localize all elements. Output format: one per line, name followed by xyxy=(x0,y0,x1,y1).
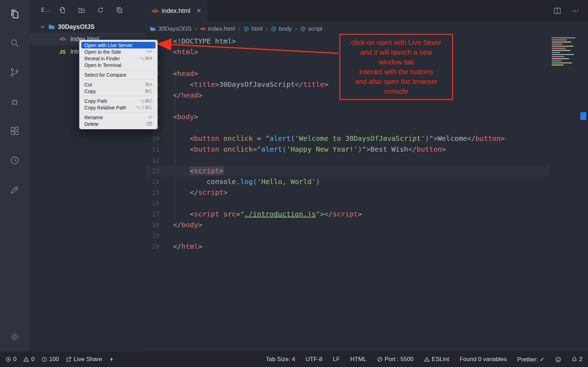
status-encoding[interactable]: UTF-8 xyxy=(306,356,322,363)
line-content[interactable]: <html> xyxy=(173,47,198,58)
line-content[interactable]: <title>30DaysOfJavaScript</title> xyxy=(173,79,329,90)
breadcrumb-item-index-html[interactable]: </>index.html xyxy=(200,25,235,32)
status-warnings[interactable]: 0 xyxy=(23,356,34,363)
code-line[interactable]: 12 xyxy=(145,155,588,166)
line-content[interactable]: </html> xyxy=(173,241,202,252)
code-line[interactable]: 18</body> xyxy=(145,220,588,230)
status-eol[interactable]: LF xyxy=(333,356,340,363)
menu-item-copy-path[interactable]: Copy Path⌥⌘C xyxy=(81,98,156,104)
line-number[interactable]: 12 xyxy=(145,155,159,166)
menu-item-select-for-compare[interactable]: Select for Compare xyxy=(81,71,156,78)
line-content[interactable]: <script> xyxy=(173,166,224,176)
line-content[interactable]: <body> xyxy=(173,112,198,122)
explorer-icon[interactable] xyxy=(6,6,23,22)
status-port[interactable]: Port : 5500 xyxy=(377,356,414,363)
line-number[interactable]: 17 xyxy=(145,209,159,220)
source-control-icon[interactable] xyxy=(6,64,23,81)
line-content[interactable]: <head> xyxy=(173,68,198,79)
line-number[interactable]: 11 xyxy=(145,144,159,155)
status-tab-size[interactable]: Tab Size: 4 xyxy=(266,356,295,363)
line-number[interactable]: 16 xyxy=(145,198,159,209)
line-number[interactable]: 14 xyxy=(145,176,159,187)
line-content[interactable]: <script src="./introduction.js"></script… xyxy=(173,209,362,220)
code-token: > xyxy=(320,210,324,218)
code-token: ( xyxy=(291,134,295,143)
line-content[interactable]: console.log('Hello, World') xyxy=(173,176,320,187)
line-number[interactable]: 19 xyxy=(145,230,159,241)
new-folder-icon[interactable] xyxy=(78,7,85,14)
code-line[interactable]: 19 xyxy=(145,230,588,241)
line-content[interactable]: </head> xyxy=(173,90,202,101)
menu-item-cut[interactable]: Cut⌘X xyxy=(81,81,156,88)
status-info-count[interactable]: 100 xyxy=(42,356,59,363)
minimap-line xyxy=(552,46,573,47)
extensions-icon[interactable] xyxy=(6,123,23,139)
code-line[interactable]: 10 <button onclick = "alert('Welcome to … xyxy=(145,133,588,144)
line-content[interactable]: </script> xyxy=(173,187,228,198)
history-icon[interactable] xyxy=(6,152,23,169)
line-content[interactable]: <button onclick="alert('Happy New Year!'… xyxy=(173,144,446,155)
minimap[interactable] xyxy=(552,37,584,67)
code-token: head xyxy=(177,69,194,78)
split-editor-icon[interactable] xyxy=(553,7,561,15)
line-number[interactable]: 15 xyxy=(145,187,159,198)
code-line[interactable]: 13 <script> xyxy=(145,166,588,176)
line-number[interactable]: 20 xyxy=(145,241,159,252)
code-line[interactable]: 15 </script> xyxy=(145,187,588,198)
close-tab-icon[interactable]: × xyxy=(197,7,201,15)
line-number[interactable]: 13 xyxy=(145,166,159,176)
search-icon[interactable] xyxy=(6,35,23,52)
cube-icon xyxy=(271,26,277,32)
menu-item-copy[interactable]: Copy⌘C xyxy=(81,88,156,94)
code-line[interactable]: 7 xyxy=(145,101,588,112)
run-debug-icon[interactable] xyxy=(6,93,23,110)
line-content[interactable]: </body> xyxy=(173,220,202,230)
code-token: <!DOCTYPE html> xyxy=(173,37,236,45)
code-token: html xyxy=(177,48,194,56)
status-errors[interactable]: 0 xyxy=(6,356,16,363)
line-number[interactable]: 18 xyxy=(145,220,159,230)
collapse-folders-icon[interactable] xyxy=(116,7,123,14)
breadcrumb-item-script[interactable]: script xyxy=(300,25,323,32)
menu-item-open-with-live-server[interactable]: Open with Live Server xyxy=(81,42,156,48)
tab-index-html[interactable]: </> index.html × xyxy=(145,0,208,22)
code-line[interactable]: 11 <button onclick="alert('Happy New Yea… xyxy=(145,144,588,155)
code-line[interactable]: 8<body> xyxy=(145,112,588,122)
settings-gear-icon[interactable] xyxy=(6,329,23,345)
code-token: ( xyxy=(253,177,257,186)
status-feedback-smiley[interactable] xyxy=(555,357,561,362)
code-line[interactable]: 9 xyxy=(145,122,588,133)
status-language-mode[interactable]: HTML xyxy=(350,356,366,363)
status-prettier[interactable]: Prettier: ✓ xyxy=(517,356,544,363)
code-line[interactable]: 16 xyxy=(145,198,588,209)
code-token: > xyxy=(194,69,198,78)
menu-item-rename[interactable]: Rename↵ xyxy=(81,114,156,121)
chevron-down-icon[interactable] xyxy=(40,24,45,30)
context-menu: Open with Live ServerOpen to the Side^↵R… xyxy=(79,40,158,129)
breadcrumb-item-body[interactable]: body xyxy=(271,25,292,32)
breadcrumb-item-30daysofjs[interactable]: 30DaysOfJS xyxy=(150,25,191,32)
status-live-share[interactable]: Live Share xyxy=(66,356,102,363)
feedback-pen-icon[interactable] xyxy=(6,181,23,198)
line-number[interactable]: 10 xyxy=(145,133,159,144)
line-content[interactable]: <button onclick = "alert('Welcome to 30D… xyxy=(173,133,505,144)
status-notifications[interactable]: 2 xyxy=(572,356,582,363)
status-variables[interactable]: Found 0 variables xyxy=(460,356,507,363)
menu-item-open-in-terminal[interactable]: Open in Terminal xyxy=(81,62,156,68)
line-content[interactable]: <!DOCTYPE html> xyxy=(173,36,236,47)
menu-item-reveal-in-finder[interactable]: Reveal in Finder⌥⌘R xyxy=(81,55,156,62)
menu-item-open-to-the-side[interactable]: Open to the Side^↵ xyxy=(81,48,156,55)
breadcrumb-item-html[interactable]: html xyxy=(243,25,263,32)
status-eslint[interactable]: ESLint xyxy=(424,356,449,363)
folder-row-30daysofjs[interactable]: 30DaysOfJS xyxy=(29,21,145,33)
menu-item-delete[interactable]: Delete⌫ xyxy=(81,121,156,127)
more-actions-icon[interactable] xyxy=(571,7,580,15)
menu-item-copy-relative-path[interactable]: Copy Relative Path⌥⇧⌘C xyxy=(81,104,156,111)
new-file-icon[interactable] xyxy=(59,7,66,14)
code-line[interactable]: 17 <script src="./introduction.js"></scr… xyxy=(145,209,588,220)
refresh-explorer-icon[interactable] xyxy=(97,7,104,14)
code-token: > xyxy=(366,145,370,153)
code-line[interactable]: 14 console.log('Hello, World') xyxy=(145,176,588,187)
code-line[interactable]: 20</html> xyxy=(145,241,588,252)
status-quick-actions[interactable] xyxy=(109,357,114,362)
